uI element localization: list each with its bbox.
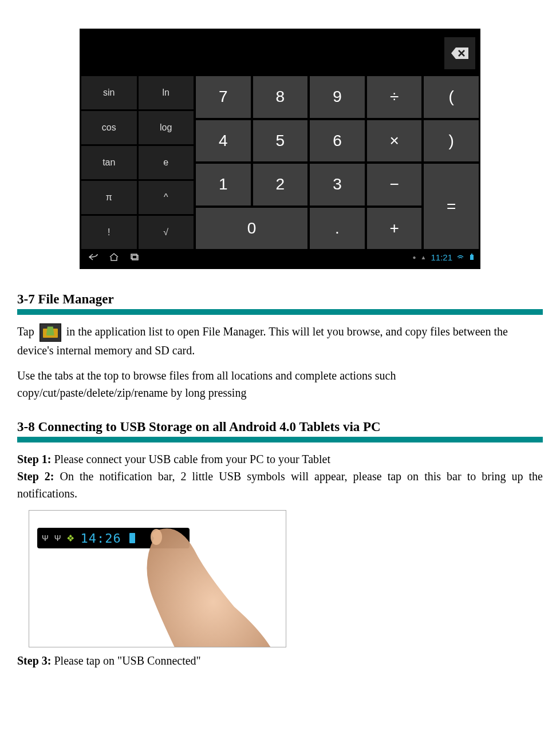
key-6[interactable]: 6 [310, 120, 365, 162]
usb-icon: Ψ [42, 534, 49, 543]
key-3[interactable]: 3 [310, 164, 365, 206]
android-icon: ❖ [66, 533, 74, 544]
key-2[interactable]: 2 [253, 164, 308, 206]
tan-button[interactable]: tan [81, 146, 137, 179]
svg-rect-3 [471, 254, 472, 255]
numeric-keys: 7 8 9 ÷ ( 4 5 6 × ) 1 2 3 − = 0 . + [196, 76, 479, 249]
wifi-icon [457, 254, 464, 260]
caret-button[interactable]: ^ [139, 181, 194, 214]
key-multiply[interactable]: × [367, 120, 422, 162]
ln-button[interactable]: ln [139, 76, 194, 109]
notification-time: 14:26 [80, 531, 121, 546]
key-plus[interactable]: + [367, 208, 422, 250]
scientific-keys: sin ln cos log tan e π ^ ! √ [81, 76, 194, 249]
sin-button[interactable]: sin [81, 76, 137, 109]
key-1[interactable]: 1 [196, 164, 251, 206]
section-title-usb: 3-8 Connecting to USB Storage on all And… [17, 420, 543, 434]
backspace-button[interactable] [444, 37, 475, 69]
step1: Step 1: Please connect your USB cable fr… [17, 451, 543, 468]
key-open-paren[interactable]: ( [424, 76, 479, 118]
svg-rect-2 [470, 255, 474, 260]
file-manager-icon [40, 323, 61, 342]
key-dot[interactable]: . [310, 208, 365, 250]
step2-label: Step 2: [17, 470, 54, 483]
file-manager-para1: Tap in the application list to open File… [17, 323, 543, 359]
recent-icon[interactable] [129, 253, 140, 261]
key-9[interactable]: 9 [310, 76, 365, 118]
calculator-display [81, 30, 479, 75]
step3: Step 3: Please tap on "USB Connected" [17, 652, 543, 669]
status-time: 11:21 [431, 252, 452, 262]
log-button[interactable]: log [139, 111, 194, 144]
back-icon[interactable] [88, 253, 98, 261]
para1-pre: Tap [17, 325, 34, 338]
key-equals[interactable]: = [424, 164, 479, 249]
e-button[interactable]: e [139, 146, 194, 179]
backspace-icon [450, 46, 470, 60]
android-navbar: ● ▲ 11:21 [81, 249, 479, 265]
usb-icon: Ψ [54, 534, 61, 543]
step3-label: Step 3: [17, 654, 51, 667]
step1-text: Please connect your USB cable from your … [51, 453, 330, 465]
key-8[interactable]: 8 [253, 76, 308, 118]
warning-icon: ▲ [421, 254, 427, 260]
para1-post: in the application list to open File Man… [17, 325, 508, 357]
file-manager-para2: Use the tabs at the top to browse files … [17, 367, 543, 401]
calculator-screenshot: sin ln cos log tan e π ^ ! √ 7 8 9 ÷ ( 4… [80, 29, 480, 269]
step3-text: Please tap on "USB Connected" [51, 654, 200, 667]
step2-text: On the notification bar, 2 little USB sy… [17, 470, 543, 500]
hand-pointer-icon [131, 527, 280, 647]
section-title-file-manager: 3-7 File Manager [17, 292, 543, 307]
notification-dot-icon: ● [413, 254, 416, 260]
key-close-paren[interactable]: ) [424, 120, 479, 162]
cos-button[interactable]: cos [81, 111, 137, 144]
notification-figure: Ψ Ψ ❖ 14:26 [29, 510, 286, 647]
battery-icon [468, 254, 475, 260]
step1-label: Step 1: [17, 453, 51, 465]
key-0[interactable]: 0 [196, 208, 307, 250]
svg-point-4 [151, 529, 162, 545]
sqrt-button[interactable]: √ [139, 216, 194, 249]
key-4[interactable]: 4 [196, 120, 251, 162]
divider [17, 309, 543, 315]
key-divide[interactable]: ÷ [367, 76, 422, 118]
divider [17, 437, 543, 442]
factorial-button[interactable]: ! [81, 216, 137, 249]
home-icon[interactable] [109, 253, 119, 261]
step2: Step 2: On the notification bar, 2 littl… [17, 468, 543, 502]
key-7[interactable]: 7 [196, 76, 251, 118]
key-5[interactable]: 5 [253, 120, 308, 162]
pi-button[interactable]: π [81, 181, 137, 214]
key-minus[interactable]: − [367, 164, 422, 206]
